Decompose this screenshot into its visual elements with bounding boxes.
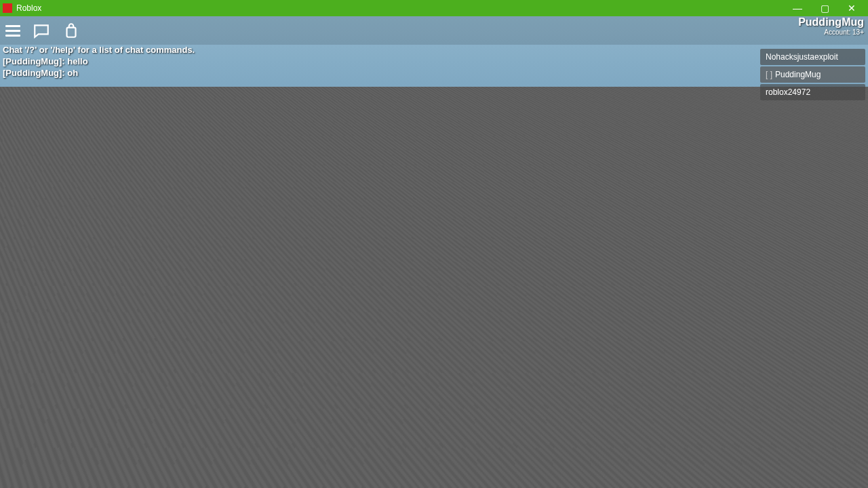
hack-gui-panel[interactable]: FE Hax 1337 PuddingMug Hatspin Annoy Cre…: [130, 133, 449, 380]
maximize-button[interactable]: ▢: [811, 0, 838, 16]
roblox-logo-icon: [3, 3, 12, 13]
hotbar-tool-icon: [425, 462, 443, 476]
hack-button-grid: Hatspin Annoy Creeper Naked Rape Drop Ha…: [134, 224, 446, 357]
chat-log: Chat '/?' or '/help' for a list of chat …: [3, 45, 195, 79]
player-list-item[interactable]: [ ] PuddingMug: [760, 66, 865, 83]
player-info: PuddingMug Account: 13+: [798, 16, 864, 36]
chat-message: [PuddingMug]: oh: [3, 68, 195, 78]
svg-rect-0: [67, 28, 76, 37]
gameruiner-button[interactable]: GameRuiner: [144, 317, 234, 347]
annoy-button[interactable]: Annoy: [245, 228, 334, 258]
target-player-input[interactable]: PuddingMug: [153, 180, 427, 211]
close-button[interactable]: ✕: [838, 0, 865, 16]
bracket-icon: [ ]: [766, 70, 772, 79]
hack-credits-label: Credits : Stick_Smart, iVerzide and Cook…: [134, 357, 446, 376]
rape-button[interactable]: Rape: [245, 272, 334, 302]
minimize-button[interactable]: —: [784, 0, 811, 16]
hotbar-slot-1[interactable]: 1: [419, 454, 449, 484]
chat-message: [PuddingMug]: hello: [3, 56, 195, 66]
window-title-bar: Roblox — ▢ ✕: [0, 0, 868, 16]
drophats-button[interactable]: Drop Hats: [345, 272, 435, 302]
backpack-icon[interactable]: [62, 22, 80, 39]
player-list-item[interactable]: Nohacksjustaexploit: [760, 49, 865, 65]
debug-console-window[interactable]: Cyber v2 Debug Log Authenticating... Sca…: [519, 256, 868, 464]
player-age: Account: 13+: [798, 28, 864, 36]
hatspin-button[interactable]: Hatspin: [144, 228, 234, 258]
creeper-button[interactable]: Creeper: [345, 228, 435, 258]
debug-log-output: Authenticating... Scanning... Ready, to …: [519, 274, 868, 464]
player-name: PuddingMug: [798, 16, 864, 28]
window-title: Roblox: [16, 3, 41, 13]
top-toolbar: [0, 16, 868, 45]
chat-icon[interactable]: [33, 22, 50, 39]
player-list: Nohacksjustaexploit [ ] PuddingMug roblo…: [760, 49, 865, 102]
player-avatar: [0, 142, 54, 264]
debug-logo-icon: [525, 259, 533, 267]
hotbar-slot-number: 1: [422, 455, 426, 463]
hack-panel-title: FE Hax 1337: [134, 136, 446, 168]
fly-button[interactable]: Fly: [245, 317, 334, 347]
noclip-button[interactable]: Noclip: [345, 317, 435, 347]
player-list-item[interactable]: roblox24972: [760, 84, 865, 100]
menu-icon[interactable]: [5, 25, 20, 37]
debug-window-title: Cyber v2 Debug Log: [525, 258, 612, 268]
naked-button[interactable]: Naked: [144, 272, 234, 302]
hotbar: 1: [419, 454, 449, 484]
chat-hint: Chat '/?' or '/help' for a list of chat …: [3, 45, 195, 55]
